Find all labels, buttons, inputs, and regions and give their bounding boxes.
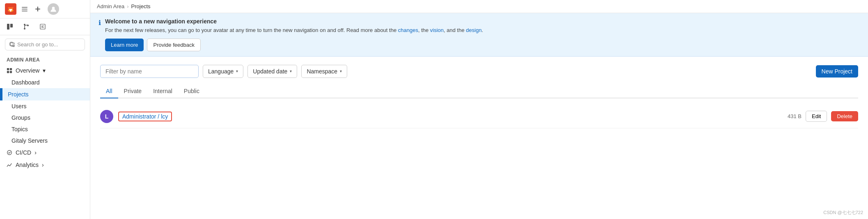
svg-rect-0 [22,7,27,8]
sidebar-item-projects[interactable]: Projects [0,88,90,100]
sidebar-item-groups[interactable]: Groups [0,112,90,123]
analytics-label: Analytics [16,162,39,168]
project-tabs: All Private Internal Public [100,84,858,98]
main-content: Admin Area › Projects ℹ Welcome to a new… [90,0,868,219]
filters-row: Language ▾ Updated date ▾ Namespace ▾ Ne… [100,65,858,78]
svg-rect-10 [7,68,9,70]
analytics-chevron-icon: › [42,162,44,168]
admin-area-label: Admin Area [0,54,90,64]
sidebar-toggle-button[interactable] [20,4,30,14]
sidebar-item-topics[interactable]: Topics [0,123,90,135]
overview-label: Overview [16,67,39,74]
sidebar-item-analytics[interactable]: Analytics › [0,159,90,171]
language-caret-icon: ▾ [236,69,238,73]
sidebar-item-overview[interactable]: Overview ▾ [0,64,90,77]
groups-label: Groups [11,114,30,121]
learn-more-button[interactable]: Learn more [105,39,144,51]
project-size: 431 B [788,113,802,119]
nav-section: Overview ▾ Dashboard Projects Users Grou… [0,64,90,219]
sidebar: Search or go to... Admin Area Overview ▾… [0,0,90,219]
projects-content: Language ▾ Updated date ▾ Namespace ▾ Ne… [90,57,868,219]
breadcrumb-separator: › [127,3,128,9]
tab-private[interactable]: Private [118,84,148,98]
updated-date-label: Updated date [253,68,287,75]
provide-feedback-button[interactable]: Provide feedback [147,39,200,51]
svg-rect-2 [22,11,27,11]
search-placeholder: Search or go to... [17,41,58,48]
gitaly-label: Gitaly Servers [11,137,48,144]
table-row: L Administrator / lcy 431 B Edit Delete [100,105,858,128]
cicd-label: CI/CD [16,149,31,156]
filter-by-name-input[interactable] [100,65,199,78]
sidebar-item-dashboard[interactable]: Dashboard [0,77,90,88]
tab-internal[interactable]: Internal [147,84,178,98]
overview-chevron-icon: ▾ [43,67,46,74]
watermark: CSDN @七七七722 [823,210,863,216]
breadcrumb: Admin Area › Projects [90,0,868,13]
new-project-button[interactable]: New Project [816,65,858,78]
project-name-box: Administrator / lcy [118,112,172,121]
sidebar-item-cicd[interactable]: CI/CD › [0,146,90,159]
banner-description: For the next few releases, you can go to… [105,26,860,34]
sidebar-item-users[interactable]: Users [0,100,90,112]
search-box[interactable]: Search or go to... [5,39,85,50]
svg-point-7 [24,28,25,30]
namespace-dropdown[interactable]: Namespace ▾ [301,65,347,78]
language-dropdown[interactable]: Language ▾ [203,65,243,78]
project-actions: 431 B Edit Delete [788,111,858,122]
delete-project-button[interactable]: Delete [831,111,858,121]
sidebar-top [0,0,90,18]
new-item-button[interactable] [33,4,43,14]
gitlab-logo[interactable] [5,3,16,15]
user-avatar[interactable] [48,3,59,15]
navigation-banner: ℹ Welcome to a new navigation experience… [90,13,868,57]
language-label: Language [208,68,234,75]
project-name-link[interactable]: Administrator / lcy [122,113,168,120]
sidebar-quick-icons [0,18,90,35]
merge-requests-icon-button[interactable] [21,22,31,32]
design-link[interactable]: design [466,27,481,33]
sidebar-item-gitaly[interactable]: Gitaly Servers [0,135,90,146]
svg-rect-1 [22,9,27,10]
topics-label: Topics [11,126,28,132]
namespace-label: Namespace [307,68,337,75]
svg-rect-4 [7,24,9,30]
project-avatar: L [100,110,113,123]
edit-project-button[interactable]: Edit [806,111,827,122]
changes-link[interactable]: changes [398,27,418,33]
updated-date-caret-icon: ▾ [290,69,292,73]
updated-date-dropdown[interactable]: Updated date ▾ [247,65,297,78]
tab-all[interactable]: All [100,84,118,98]
issues-icon-button[interactable] [38,22,48,32]
banner-title: Welcome to a new navigation experience [105,18,860,25]
cicd-chevron-icon: › [34,149,37,156]
svg-point-9 [10,43,13,46]
svg-rect-5 [10,24,13,27]
namespace-caret-icon: ▾ [340,69,342,73]
svg-rect-12 [7,71,9,73]
breadcrumb-parent: Admin Area [97,3,124,9]
vision-link[interactable]: vision [430,27,444,33]
dashboard-label: Dashboard [11,79,40,86]
svg-rect-11 [10,68,12,70]
users-label: Users [11,103,27,110]
svg-rect-13 [10,71,12,73]
boards-icon-button[interactable] [5,22,15,32]
tab-public[interactable]: Public [178,84,205,98]
banner-content: Welcome to a new navigation experience F… [105,18,860,51]
breadcrumb-current: Projects [131,3,151,9]
banner-actions: Learn more Provide feedback [105,39,860,51]
info-icon: ℹ [98,19,101,27]
projects-label: Projects [8,91,29,98]
projects-list: L Administrator / lcy 431 B Edit Delete [100,105,858,128]
